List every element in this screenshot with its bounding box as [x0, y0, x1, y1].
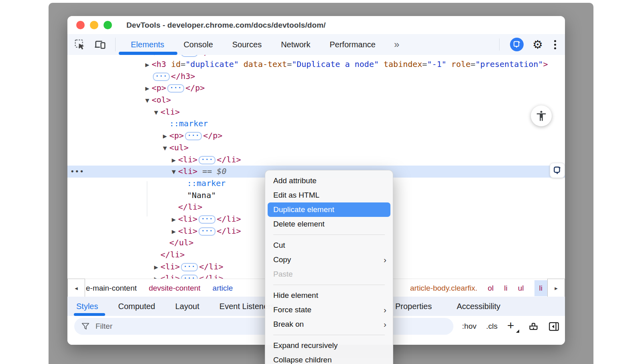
dom-tree-row[interactable]: ::marker	[67, 118, 565, 130]
expand-inline-icon[interactable]: ···	[185, 132, 202, 140]
disclosure-closed-icon[interactable]: ▶	[172, 226, 178, 238]
node-str: "Nana"	[187, 190, 216, 200]
disclosure-closed-icon[interactable]: ▶	[145, 59, 152, 71]
inspect-element-icon[interactable]	[75, 39, 85, 50]
traffic-lights	[76, 21, 112, 29]
styles-active-underline	[74, 313, 105, 316]
close-button[interactable]	[76, 21, 85, 29]
toggle-sidebar-icon[interactable]	[549, 321, 559, 332]
dom-tree-row[interactable]: ▼<li>	[67, 106, 565, 118]
dom-tree-row[interactable]: ▼<ol>	[67, 94, 565, 106]
breadcrumb-item-ol[interactable]: ol	[488, 284, 494, 293]
node-tag: </li>	[160, 250, 185, 259]
tab-console[interactable]: Console	[183, 40, 213, 49]
context-menu-item-edit-as-html[interactable]: Edit as HTML	[265, 188, 393, 202]
dom-tree-row[interactable]: ▶<h3 id="duplicate" data-text="Duplicate…	[67, 59, 565, 71]
new-style-rule-icon[interactable]: +	[507, 320, 518, 332]
menu-item-label: Duplicate element	[273, 205, 334, 214]
menu-item-label: Add attribute	[273, 176, 317, 185]
breadcrumb-item-li[interactable]: li	[504, 284, 507, 293]
breadcrumb-item-li[interactable]: li	[534, 280, 547, 296]
more-tabs-chevron-icon[interactable]: »	[394, 39, 399, 50]
accessibility-overlay-button[interactable]	[531, 105, 552, 126]
dom-tree-row[interactable]: ···</h3>	[67, 71, 565, 83]
context-menu-item-collapse-children[interactable]: Collapse children	[265, 353, 393, 364]
ai-assistance-icon[interactable]	[510, 38, 524, 51]
breadcrumb-item-ul[interactable]: ul	[518, 284, 524, 293]
expand-inline-icon[interactable]: ···	[181, 55, 198, 57]
context-menu-item-hide-element[interactable]: Hide element	[265, 288, 393, 303]
tab-network[interactable]: Network	[281, 40, 310, 49]
breadcrumb-item-article[interactable]: article	[213, 284, 233, 293]
device-toolbar-icon[interactable]	[94, 39, 106, 50]
node-tag: <h3	[152, 59, 166, 69]
breadcrumb-item-article-body-clearfix[interactable]: article-body.clearfix.	[410, 284, 477, 293]
context-menu-item-add-attribute[interactable]: Add attribute	[265, 174, 393, 188]
node-tag: <p>	[152, 83, 166, 93]
disclosure-open-icon[interactable]: ▼	[154, 107, 160, 119]
expand-inline-icon[interactable]: ···	[167, 84, 184, 93]
disclosure-closed-icon[interactable]: ▶	[154, 261, 160, 273]
tab-performance[interactable]: Performance	[330, 40, 376, 49]
context-menu-item-force-state[interactable]: Force state›	[265, 303, 393, 317]
filter-input[interactable]: Filter	[74, 318, 453, 335]
context-menu-item-copy[interactable]: Copy›	[265, 253, 393, 267]
disclosure-closed-icon[interactable]: ▶	[163, 130, 169, 142]
dom-tree-row[interactable]: ▶<li>···</li>	[67, 154, 565, 166]
panel-tab-properties[interactable]: Properties	[395, 302, 432, 311]
rendering-brush-icon[interactable]	[528, 321, 539, 332]
disclosure-closed-icon[interactable]: ▶	[172, 214, 178, 226]
menu-item-label: Hide element	[273, 291, 318, 299]
node-tag: </p>	[203, 131, 222, 140]
breadcrumb-item-devsite-content[interactable]: devsite-content	[149, 284, 201, 293]
node-tag: </li>	[199, 55, 223, 57]
dom-tree-row[interactable]: ▶<p>···</p>	[67, 130, 565, 142]
expand-inline-icon[interactable]: ···	[181, 275, 198, 279]
filter-funnel-icon	[81, 322, 90, 331]
node-tag: </ul>	[169, 238, 193, 247]
expand-inline-icon[interactable]: ···	[199, 227, 215, 236]
disclosure-closed-icon[interactable]: ▶	[154, 273, 160, 279]
context-menu-item-cut[interactable]: Cut	[265, 238, 393, 253]
element-classes-button[interactable]: .cls	[486, 322, 498, 331]
minimize-button[interactable]	[90, 21, 98, 29]
settings-gear-icon[interactable]: ⚙	[532, 39, 543, 51]
node-attr: data-text	[239, 59, 287, 69]
dom-tree-row[interactable]: ▼<ul>	[67, 142, 565, 154]
node-dollar: $0	[217, 166, 226, 176]
dom-tree-row[interactable]: ▶<li>···</li>	[67, 55, 565, 59]
panel-tab-accessibility[interactable]: Accessibility	[457, 302, 500, 311]
tab-elements[interactable]: Elements	[131, 40, 164, 49]
tab-sources[interactable]: Sources	[232, 40, 262, 49]
context-menu-item-break-on[interactable]: Break on›	[265, 317, 393, 332]
ai-element-badge[interactable]	[550, 163, 565, 178]
node-tag: >	[543, 59, 548, 69]
menu-separator	[273, 335, 385, 335]
disclosure-open-icon[interactable]: ▼	[145, 95, 152, 107]
context-menu-item-delete-element[interactable]: Delete element	[265, 217, 393, 231]
expand-inline-icon[interactable]: ···	[153, 73, 170, 81]
panel-tab-layout[interactable]: Layout	[175, 302, 199, 311]
node-val: "Duplicate a node"	[292, 59, 379, 69]
expand-inline-icon[interactable]: ···	[181, 263, 198, 271]
disclosure-closed-icon[interactable]: ▶	[172, 154, 178, 166]
dom-tree-row[interactable]: ▶<p>···</p>	[67, 82, 565, 94]
disclosure-closed-icon[interactable]: ▶	[145, 83, 152, 95]
node-tag: <li>	[178, 155, 197, 164]
disclosure-open-icon[interactable]: ▼	[163, 142, 169, 154]
node-tag: </li>	[178, 202, 202, 212]
breadcrumb-item-e-main-content[interactable]: e-main-content	[86, 284, 137, 293]
context-menu-item-duplicate-element[interactable]: Duplicate element	[268, 202, 390, 217]
expand-inline-icon[interactable]: ···	[199, 156, 215, 164]
disclosure-open-icon[interactable]: ▼	[172, 166, 178, 178]
panel-tab-styles[interactable]: Styles	[76, 302, 98, 311]
zoom-button[interactable]	[104, 21, 112, 29]
toggle-element-state-button[interactable]: :hov	[462, 322, 477, 331]
breadcrumb-prev-button[interactable]: ◂	[67, 279, 85, 297]
breadcrumb-next-button[interactable]: ▸	[547, 279, 565, 297]
expand-inline-icon[interactable]: ···	[199, 215, 215, 224]
context-menu-item-expand-recursively[interactable]: Expand recursively	[265, 338, 393, 353]
row-overflow-dots[interactable]: •••	[70, 166, 84, 178]
panel-tab-computed[interactable]: Computed	[118, 302, 155, 311]
more-options-icon[interactable]	[552, 38, 559, 51]
